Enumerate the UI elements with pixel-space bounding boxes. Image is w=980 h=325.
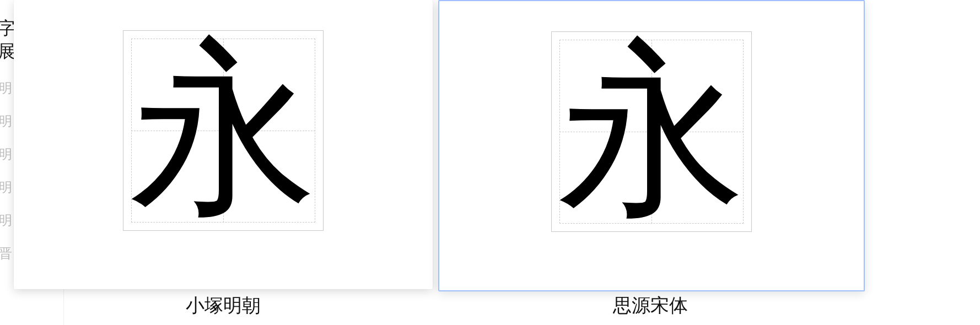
sidebar-frag-char-1: 字 — [0, 17, 15, 40]
caption-underline-right — [634, 322, 667, 325]
caption-text-left: 小塚明朝 — [186, 295, 261, 316]
glyph-card-left[interactable]: 永 — [14, 0, 433, 289]
caption-underline-left — [207, 322, 240, 325]
sidebar-list-item: 晋 — [0, 237, 12, 270]
glyph-box-right: 永 — [551, 31, 752, 232]
glyph-caption-right: 思源宋体 — [438, 293, 863, 325]
sidebar-list-item: 明 — [0, 72, 12, 105]
sidebar-list-item: 明 — [0, 138, 12, 171]
caption-text-right: 思源宋体 — [613, 295, 688, 316]
sidebar-list-item: 明 — [0, 171, 12, 204]
glyph-character-right: 永 — [552, 32, 751, 231]
glyph-character-left: 永 — [123, 31, 323, 230]
glyph-box-left: 永 — [123, 30, 324, 231]
glyph-caption-left: 小塚明朝 — [14, 293, 433, 325]
sidebar-list-item: 明 — [0, 204, 12, 237]
sidebar-list-item: 明 — [0, 105, 12, 138]
sidebar-frag-char-2: 展 — [0, 40, 15, 63]
sidebar-heading-fragment: 字 展 — [0, 17, 15, 63]
glyph-card-right[interactable]: 永 — [438, 0, 865, 291]
sidebar-list-fragment: 明 明 明 明 明 晋 — [0, 72, 12, 270]
